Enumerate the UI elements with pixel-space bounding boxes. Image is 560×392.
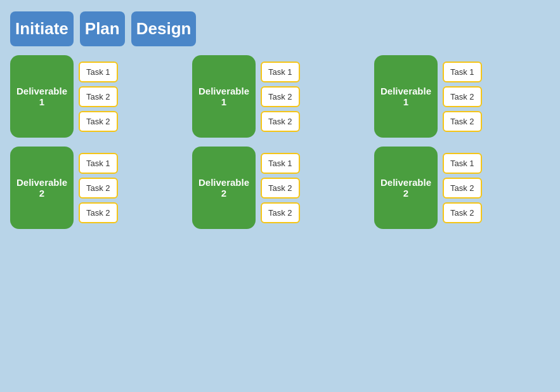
phase-cell-plan-d2: Deliverable 2Task 1Task 2Task 2 <box>192 147 368 229</box>
deliverable-group-plan-2: Deliverable 2Task 1Task 2Task 2 <box>192 147 300 229</box>
phase-header-design: Design <box>131 11 197 46</box>
task-box-design-d2-t2[interactable]: Task 2 <box>443 178 482 199</box>
task-box-initiate-d2-t2[interactable]: Task 2 <box>79 178 118 199</box>
canvas: InitiatePlanDesignDeliverable 1Task 1Tas… <box>0 0 560 392</box>
phase-header-plan: Plan <box>80 11 125 46</box>
task-box-initiate-d2-t1[interactable]: Task 1 <box>79 153 118 174</box>
deliverable-box-plan-1: Deliverable 1 <box>192 55 256 138</box>
task-box-initiate-d1-t1[interactable]: Task 1 <box>79 62 118 82</box>
deliverable-row-1: Deliverable 1Task 1Task 2Task 2Deliverab… <box>10 55 550 138</box>
deliverable-group-design-1: Deliverable 1Task 1Task 2Task 2 <box>374 55 482 138</box>
tasks-container-plan-1: Task 1Task 2Task 2 <box>261 55 300 138</box>
task-box-design-d2-t3[interactable]: Task 2 <box>443 202 482 223</box>
task-box-design-d1-t3[interactable]: Task 2 <box>443 111 482 132</box>
task-box-plan-d2-t3[interactable]: Task 2 <box>261 202 300 223</box>
phase-cell-initiate-d2: Deliverable 2Task 1Task 2Task 2 <box>10 147 186 229</box>
task-box-initiate-d1-t3[interactable]: Task 2 <box>79 111 118 132</box>
task-box-plan-d1-t3[interactable]: Task 2 <box>261 111 300 132</box>
task-box-plan-d2-t1[interactable]: Task 1 <box>261 153 300 174</box>
deliverable-group-design-2: Deliverable 2Task 1Task 2Task 2 <box>374 147 482 229</box>
deliverable-row-2: Deliverable 2Task 1Task 2Task 2Deliverab… <box>10 147 550 229</box>
deliverable-group-initiate-2: Deliverable 2Task 1Task 2Task 2 <box>10 147 118 229</box>
tasks-container-design-1: Task 1Task 2Task 2 <box>443 55 482 138</box>
phase-header-initiate: Initiate <box>10 11 74 46</box>
deliverable-group-plan-1: Deliverable 1Task 1Task 2Task 2 <box>192 55 300 138</box>
task-box-initiate-d2-t3[interactable]: Task 2 <box>79 202 118 223</box>
task-box-design-d1-t2[interactable]: Task 2 <box>443 86 482 107</box>
tasks-container-initiate-2: Task 1Task 2Task 2 <box>79 147 118 229</box>
task-box-design-d2-t1[interactable]: Task 1 <box>443 153 482 174</box>
phase-cell-initiate-d1: Deliverable 1Task 1Task 2Task 2 <box>10 55 186 138</box>
task-box-plan-d1-t1[interactable]: Task 1 <box>261 62 300 82</box>
deliverable-group-initiate-1: Deliverable 1Task 1Task 2Task 2 <box>10 55 118 138</box>
header-row: InitiatePlanDesign <box>10 11 550 46</box>
tasks-container-design-2: Task 1Task 2Task 2 <box>443 147 482 229</box>
deliverable-box-design-1: Deliverable 1 <box>374 55 438 138</box>
phase-cell-plan-d1: Deliverable 1Task 1Task 2Task 2 <box>192 55 368 138</box>
task-box-plan-d2-t2[interactable]: Task 2 <box>261 178 300 199</box>
deliverable-box-design-2: Deliverable 2 <box>374 147 438 229</box>
deliverable-box-plan-2: Deliverable 2 <box>192 147 256 229</box>
task-box-initiate-d1-t2[interactable]: Task 2 <box>79 86 118 107</box>
tasks-container-initiate-1: Task 1Task 2Task 2 <box>79 55 118 138</box>
tasks-container-plan-2: Task 1Task 2Task 2 <box>261 147 300 229</box>
task-box-plan-d1-t2[interactable]: Task 2 <box>261 86 300 107</box>
deliverable-box-initiate-1: Deliverable 1 <box>10 55 74 138</box>
task-box-design-d1-t1[interactable]: Task 1 <box>443 62 482 82</box>
deliverable-box-initiate-2: Deliverable 2 <box>10 147 74 229</box>
phase-cell-design-d2: Deliverable 2Task 1Task 2Task 2 <box>374 147 550 229</box>
phase-cell-design-d1: Deliverable 1Task 1Task 2Task 2 <box>374 55 550 138</box>
